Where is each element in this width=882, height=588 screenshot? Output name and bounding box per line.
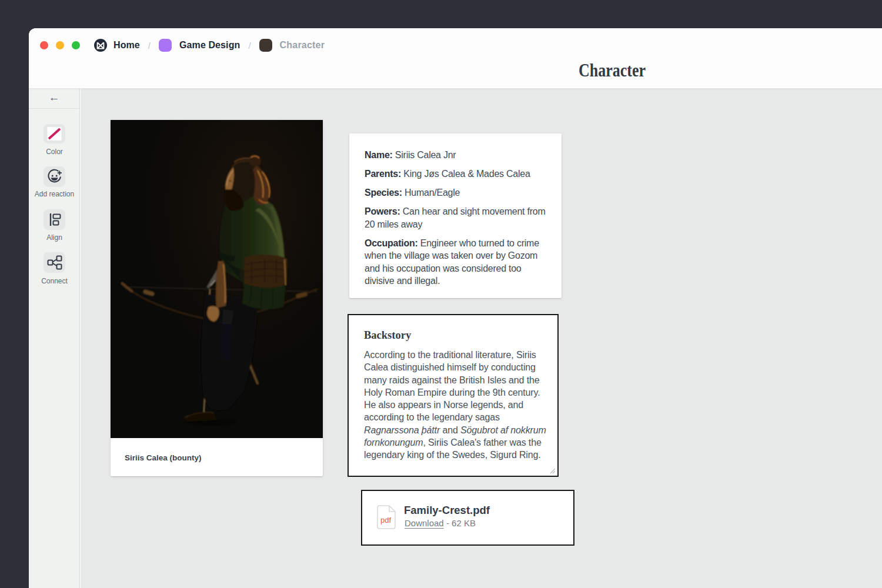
svg-text:pdf: pdf: [380, 516, 391, 524]
